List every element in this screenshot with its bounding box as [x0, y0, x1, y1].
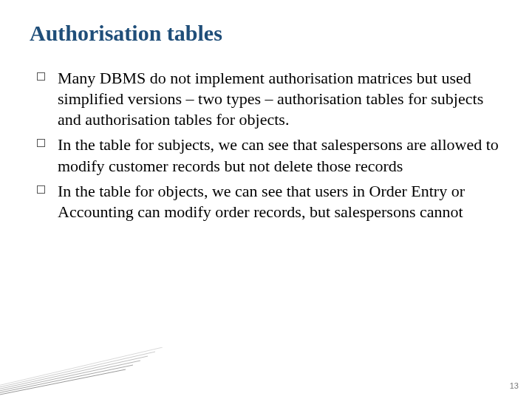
list-item: In the table for objects, we can see tha… [35, 181, 502, 222]
slide-title: Authorisation tables [30, 21, 222, 46]
slide-body: Many DBMS do not implement authorisation… [35, 68, 502, 227]
svg-line-4 [0, 365, 133, 399]
slide: Authorisation tables Many DBMS do not im… [0, 0, 532, 399]
list-item: Many DBMS do not implement authorisation… [35, 68, 502, 130]
svg-line-1 [0, 352, 155, 399]
svg-line-5 [0, 369, 126, 399]
bullet-text: In the table for subjects, we can see th… [58, 135, 499, 174]
bullet-list: Many DBMS do not implement authorisation… [35, 68, 502, 222]
bullet-text: In the table for objects, we can see tha… [58, 182, 465, 221]
decorative-lines-icon [0, 347, 163, 399]
list-item: In the table for subjects, we can see th… [35, 134, 502, 176]
svg-line-0 [0, 347, 163, 399]
svg-line-3 [0, 361, 140, 399]
svg-line-2 [0, 356, 148, 399]
bullet-text: Many DBMS do not implement authorisation… [58, 69, 483, 129]
page-number: 13 [510, 381, 519, 390]
